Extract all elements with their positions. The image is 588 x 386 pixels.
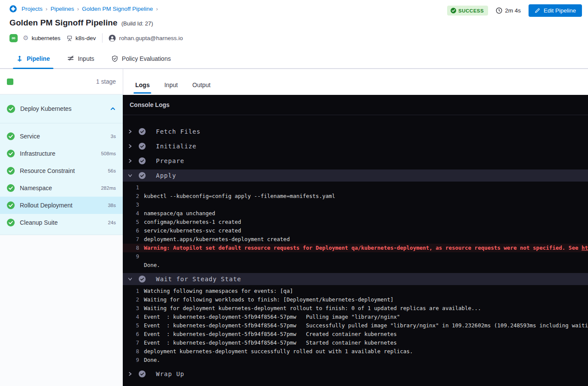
warning-link[interactable]: http://g xyxy=(582,245,588,251)
harness-logo-icon[interactable] xyxy=(9,5,17,13)
breadcrumb-pipelines[interactable]: Pipelines xyxy=(50,6,74,12)
success-check-icon xyxy=(451,8,456,13)
section-success-icon xyxy=(139,157,146,164)
log-section-wrap-up[interactable]: Wrap Up xyxy=(123,368,588,380)
step-success-icon xyxy=(7,201,15,209)
trigger-user-email: rohan.gupta@harness.io xyxy=(119,35,183,41)
tab-policy-evaluations[interactable]: Policy Evaluations xyxy=(112,49,171,68)
edit-pipeline-button[interactable]: Edit Pipeline xyxy=(529,4,582,17)
step-row-rollout-deployment[interactable]: Rollout Deployment38s xyxy=(0,197,123,214)
line-text: Event : kubernetes-deployment-5fb94f8564… xyxy=(144,339,397,347)
line-text: deployment.apps/kubernetes-deployment cr… xyxy=(144,235,290,244)
tab-inputs[interactable]: Inputs xyxy=(67,49,94,68)
line-text: Event : kubernetes-deployment-5fb94f8564… xyxy=(144,330,397,339)
log-section-wait-for-steady-state[interactable]: Wait for Steady State xyxy=(123,273,588,285)
line-text: configmap/kubernetes-1 created xyxy=(144,218,241,226)
stage-summary-header: 1 stage xyxy=(0,69,123,94)
line-number: 3 xyxy=(123,304,139,313)
step-success-icon xyxy=(7,132,15,140)
stage-success-icon xyxy=(7,105,15,113)
breadcrumb-pipeline-name[interactable]: Golden PM Signoff Pipeline xyxy=(82,6,153,12)
tab-input[interactable]: Input xyxy=(164,82,177,95)
stage-row-deploy-kubernetes[interactable]: Deploy Kubernetes xyxy=(0,94,123,123)
section-success-icon xyxy=(139,128,146,135)
pipeline-execution-page: Projects › Pipelines › Golden PM Signoff… xyxy=(0,0,588,386)
step-row-namespace[interactable]: Namespace282ms xyxy=(0,179,123,197)
log-line: Done. xyxy=(123,261,588,270)
line-number: 5 xyxy=(123,321,139,330)
line-number: 6 xyxy=(123,330,139,339)
chevron-right-icon[interactable] xyxy=(127,129,133,134)
content: 1 stage Deploy Kubernetes Service3sInfra… xyxy=(0,69,588,386)
tab-pipeline[interactable]: Pipeline xyxy=(16,49,50,68)
step-success-icon xyxy=(7,184,15,192)
environment-name[interactable]: k8s-dev xyxy=(75,35,96,41)
section-title: Initialize xyxy=(156,143,196,150)
line-number: 6 xyxy=(123,226,139,235)
section-success-icon xyxy=(139,143,146,150)
line-number: 9 xyxy=(123,252,139,261)
execution-sidebar: 1 stage Deploy Kubernetes Service3sInfra… xyxy=(0,69,123,386)
log-line: 4namespace/qa unchanged xyxy=(123,209,588,218)
step-row-cleanup-suite[interactable]: Cleanup Suite24s xyxy=(0,214,123,231)
log-line: 4Event : kubernetes-deployment-5fb94f856… xyxy=(123,313,588,321)
section-title: Fetch Files xyxy=(156,128,201,135)
chevron-up-icon[interactable] xyxy=(110,106,116,112)
log-line: 7deployment.apps/kubernetes-deployment c… xyxy=(123,235,588,244)
log-section-apply[interactable]: Apply xyxy=(123,169,588,182)
section-success-icon xyxy=(139,172,146,179)
breadcrumb-separator: › xyxy=(77,6,79,12)
meta-divider xyxy=(102,33,103,43)
shield-check-icon xyxy=(112,55,118,62)
line-number: 1 xyxy=(123,183,139,192)
service-name[interactable]: kubernetes xyxy=(31,35,60,41)
breadcrumb-separator: › xyxy=(46,6,47,12)
log-section-prepare[interactable]: Prepare xyxy=(123,155,588,167)
cd-module-icon: ∞ xyxy=(9,34,18,42)
step-name: Resource Constraint xyxy=(20,167,75,174)
log-line: 5configmap/kubernetes-1 created xyxy=(123,218,588,226)
log-line: 2kubectl --kubeconfig=config apply --fil… xyxy=(123,192,588,201)
log-section-initialize[interactable]: Initialize xyxy=(123,140,588,152)
section-success-icon xyxy=(139,370,146,377)
user-icon xyxy=(109,35,116,42)
line-number: 2 xyxy=(123,295,139,304)
log-section-fetch-files[interactable]: Fetch Files xyxy=(123,126,588,138)
step-success-icon xyxy=(7,167,15,175)
log-line: 6service/kubernetes-svc created xyxy=(123,226,588,235)
chevron-right-icon[interactable] xyxy=(127,144,133,149)
chevron-right-icon[interactable] xyxy=(127,371,133,377)
header: Projects › Pipelines › Golden PM Signoff… xyxy=(0,0,588,49)
line-number: 4 xyxy=(123,209,139,218)
chevron-down-icon[interactable] xyxy=(127,173,133,178)
chevron-down-icon[interactable] xyxy=(127,276,133,282)
step-row-infrastructure[interactable]: Infrastructure508ms xyxy=(0,145,123,162)
page-title: Golden PM Signoff Pipeline xyxy=(9,18,118,28)
stage-block: Deploy Kubernetes Service3sInfrastructur… xyxy=(0,94,123,235)
console: Console Logs Fetch FilesInitializePrepar… xyxy=(123,95,588,386)
line-text: Warning: Autopilot set default resource … xyxy=(144,244,588,252)
build-id-label: (Build Id: 27) xyxy=(121,20,153,27)
chevron-right-icon[interactable] xyxy=(127,158,133,163)
line-number: 8 xyxy=(123,244,139,252)
log-line: 6Event : kubernetes-deployment-5fb94f856… xyxy=(123,330,588,339)
breadcrumb-projects[interactable]: Projects xyxy=(22,6,43,12)
line-text: kubectl --kubeconfig=config apply --file… xyxy=(144,192,335,201)
step-row-service[interactable]: Service3s xyxy=(0,128,123,145)
step-duration: 24s xyxy=(108,220,116,225)
log-lines-apply: 12kubectl --kubeconfig=config apply --fi… xyxy=(123,182,588,270)
line-number: 3 xyxy=(123,201,139,209)
step-duration: 282ms xyxy=(101,185,116,191)
step-name: Service xyxy=(20,133,40,140)
step-duration: 508ms xyxy=(101,151,116,156)
step-duration: 56s xyxy=(108,168,116,173)
step-row-resource-constraint[interactable]: Resource Constraint56s xyxy=(0,162,123,179)
log-panel: Logs Input Output Console Logs Fetch Fil… xyxy=(123,69,588,386)
log-line: 9Done. xyxy=(123,356,588,364)
tab-output[interactable]: Output xyxy=(193,82,211,95)
line-number: 1 xyxy=(123,287,139,295)
meta-row: ∞ ⚙ kubernetes k8s-dev rohan.gupta@harne… xyxy=(9,33,578,49)
log-line-warning: 8Warning: Autopilot set default resource… xyxy=(123,244,588,252)
tab-logs[interactable]: Logs xyxy=(135,82,149,95)
log-line: 3 xyxy=(123,201,588,209)
